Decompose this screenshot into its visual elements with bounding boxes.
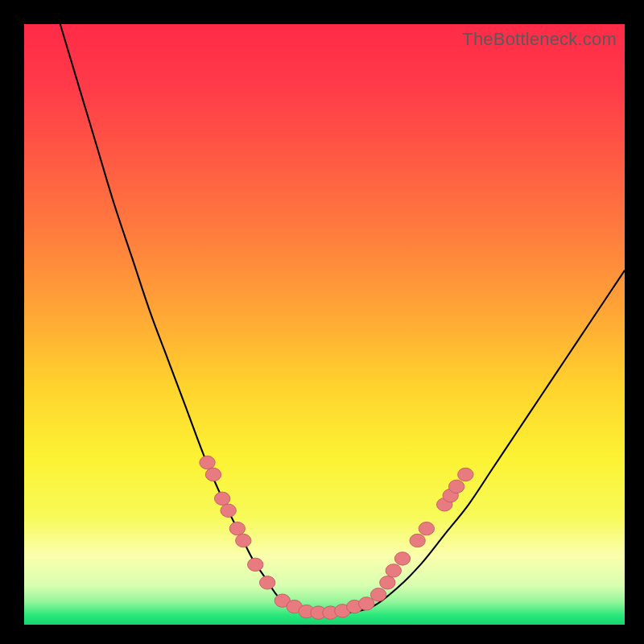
curve-line (60, 24, 625, 613)
curve-marker (380, 576, 395, 589)
curve-marker (214, 492, 229, 505)
curve-marker (236, 534, 251, 547)
curve-marker (410, 534, 425, 547)
curve-marker (370, 588, 386, 601)
curve-marker (386, 564, 401, 577)
curve-marker (248, 558, 263, 571)
bottleneck-curve (24, 24, 625, 625)
curve-marker (221, 504, 236, 517)
curve-marker (359, 597, 374, 610)
curve-marker (205, 468, 221, 481)
plot-area: TheBottleneck.com (24, 24, 625, 625)
watermark-text: TheBottleneck.com (462, 29, 617, 50)
curve-marker (419, 522, 434, 535)
curve-marker (458, 468, 473, 481)
curve-marker (394, 552, 410, 565)
chart-frame: TheBottleneck.com (0, 0, 644, 644)
curve-marker (200, 456, 215, 469)
curve-markers (200, 456, 473, 619)
curve-marker (448, 480, 464, 493)
curve-marker (229, 522, 245, 535)
curve-marker (259, 576, 275, 589)
